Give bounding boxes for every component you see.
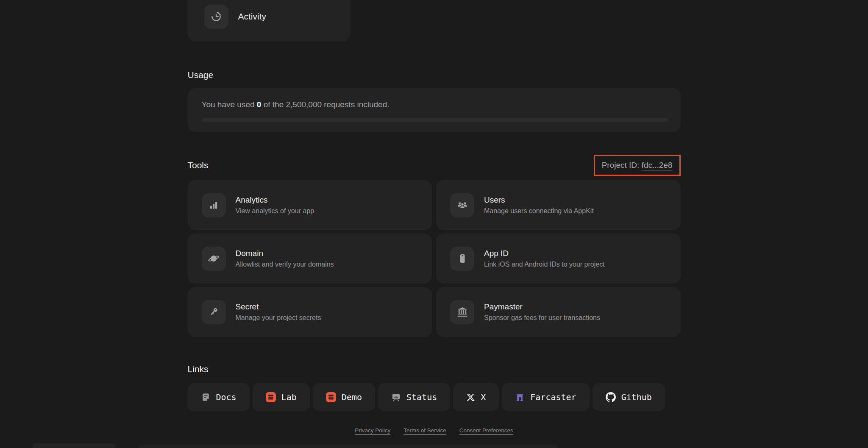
link-label: Github (621, 392, 652, 402)
tool-card-paymaster[interactable]: Paymaster Sponsor gas fees for user tran… (436, 287, 681, 337)
links-heading: Links (188, 364, 681, 375)
project-id-label: Project ID: fdc...2e8 (602, 161, 673, 170)
links-row: Docs Lab Demo (188, 383, 681, 411)
usage-text: You have used 0 of the 2,500,000 request… (202, 100, 667, 109)
consent-preferences-link[interactable]: Consent Preferences (459, 427, 513, 434)
farcaster-button[interactable]: Farcaster (502, 383, 589, 411)
main-content: Activity Usage You have used 0 of the 2,… (188, 0, 681, 434)
link-label: Farcaster (530, 392, 576, 402)
lab-button[interactable]: Lab (253, 383, 310, 411)
project-id-value[interactable]: fdc...2e8 (642, 161, 673, 170)
bank-icon (450, 300, 474, 324)
x-logo-icon (466, 393, 475, 402)
farcaster-icon (515, 392, 525, 402)
phone-icon (450, 247, 474, 271)
tool-title: Paymaster (484, 302, 600, 312)
tool-card-users[interactable]: Users Manage users connecting via AppKit (436, 180, 681, 230)
key-icon (202, 300, 226, 324)
tool-card-app-id[interactable]: App ID Link iOS and Android IDs to your … (436, 234, 681, 284)
clock-icon (204, 5, 228, 29)
demo-icon (326, 392, 336, 402)
tool-description: View analytics of your app (236, 206, 314, 216)
tool-title: App ID (484, 248, 605, 259)
link-label: Status (406, 392, 437, 402)
docs-button[interactable]: Docs (188, 383, 250, 411)
users-icon (450, 193, 474, 217)
privacy-policy-link[interactable]: Privacy Policy (355, 427, 390, 434)
planet-icon (202, 247, 226, 271)
link-label: Docs (216, 392, 236, 402)
tool-card-analytics[interactable]: Analytics View analytics of your app (188, 180, 432, 230)
link-label: Lab (281, 392, 297, 402)
cookie-banner-edge (139, 445, 558, 448)
usage-card: You have used 0 of the 2,500,000 request… (188, 88, 681, 132)
activity-label: Activity (238, 11, 267, 22)
tool-description: Manage users connecting via AppKit (484, 206, 594, 216)
tool-description: Allowlist and verify your domains (236, 260, 334, 269)
github-button[interactable]: Github (593, 383, 665, 411)
tools-grid: Analytics View analytics of your app (188, 180, 681, 337)
status-button[interactable]: Status (378, 383, 450, 411)
tool-description: Sponsor gas fees for user transactions (484, 313, 600, 323)
activity-card[interactable]: Activity (188, 0, 351, 42)
tool-card-domain[interactable]: Domain Allowlist and verify your domains (188, 234, 432, 284)
link-label: X (481, 392, 486, 402)
bar-chart-icon (202, 193, 226, 217)
cookie-banner-edge (33, 443, 115, 448)
tool-description: Manage your project secrets (236, 313, 321, 323)
x-button[interactable]: X (453, 383, 499, 411)
footer: Privacy Policy Terms of Service Consent … (188, 427, 681, 434)
status-icon (391, 392, 401, 402)
tool-title: Domain (236, 248, 334, 259)
project-id-annotation-box: Project ID: fdc...2e8 (594, 155, 681, 176)
tool-title: Analytics (236, 195, 314, 205)
terms-of-service-link[interactable]: Terms of Service (403, 427, 446, 434)
demo-button[interactable]: Demo (313, 383, 375, 411)
tool-title: Secret (236, 302, 321, 312)
github-icon (606, 392, 616, 402)
docs-icon (201, 392, 211, 402)
tool-title: Users (484, 195, 594, 205)
tools-heading: Tools (188, 160, 209, 171)
usage-used-value: 0 (257, 100, 262, 109)
link-label: Demo (342, 392, 362, 402)
usage-progress-bar (202, 118, 668, 122)
tool-card-secret[interactable]: Secret Manage your project secrets (188, 287, 432, 337)
usage-heading: Usage (188, 70, 681, 81)
lab-icon (266, 392, 276, 402)
tool-description: Link iOS and Android IDs to your project (484, 260, 605, 269)
